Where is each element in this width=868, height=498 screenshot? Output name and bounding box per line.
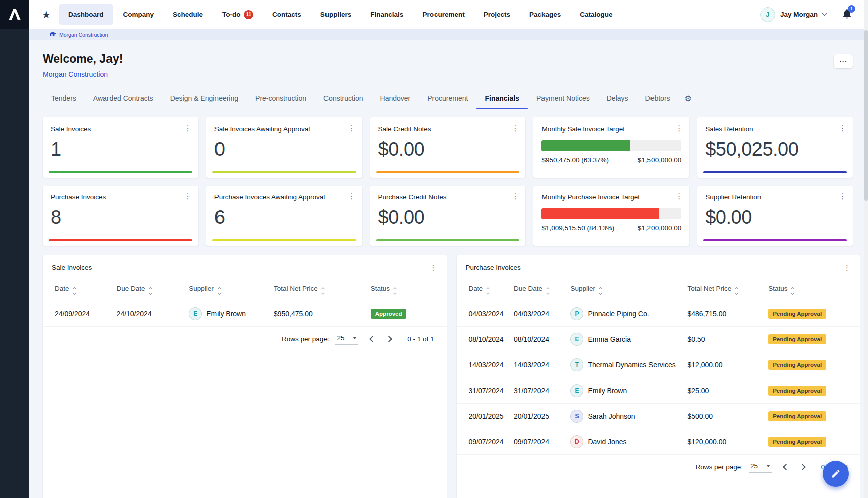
col-header-date[interactable]: Date [43, 278, 112, 301]
page-title: Welcome, Jay! [43, 52, 123, 66]
card-menu-icon[interactable]: ⋮ [839, 192, 846, 200]
nav-item-todo[interactable]: To-do 11 [212, 4, 263, 25]
tab-awarded-contracts[interactable]: Awarded Contracts [85, 88, 162, 109]
nav-item-packages[interactable]: Packages [520, 4, 570, 25]
table-row[interactable]: 09/07/2024 09/07/2024 D David Jones $120… [457, 429, 860, 455]
cell-supplier: Emma Garcia [588, 335, 631, 343]
card-menu-icon[interactable]: ⋮ [511, 124, 519, 132]
app-logo[interactable] [0, 0, 29, 29]
pagination-range: 0 - 1 of 1 [403, 335, 435, 343]
card-sale-invoices[interactable]: Sale Invoices ⋮ 1 [43, 117, 198, 178]
card-accent-bar [212, 171, 356, 173]
tab-construction[interactable]: Construction [315, 88, 372, 109]
card-value: 0 [214, 139, 354, 160]
rows-per-page-select[interactable]: 25 [749, 461, 772, 473]
kpi-cards-row-purchases: Purchase Invoices ⋮ 8 Purchase Invoices … [43, 186, 860, 246]
breadcrumb: Morgan Construction [29, 29, 868, 40]
sort-icon [394, 288, 396, 294]
scrollbar-thumb[interactable] [864, 30, 868, 201]
purchase-invoices-panel: Purchase Invoices ⋮ Date Due Date Suppli… [457, 255, 860, 498]
card-purchase-invoices-awaiting-approval[interactable]: Purchase Invoices Awaiting Approval ⋮ 6 [206, 186, 362, 246]
table-row[interactable]: 31/07/2024 31/07/2024 E Emily Brown $25.… [457, 378, 860, 404]
table-row[interactable]: 04/03/2024 04/03/2024 P Pinnacle Piping … [457, 301, 860, 327]
card-monthly-purchase-invoice-target[interactable]: Monthly Purchase Invoice Target ⋮ $1,009… [533, 186, 689, 246]
col-header-due-date[interactable]: Due Date [509, 278, 565, 301]
cell-total: $120,000.00 [682, 429, 763, 455]
cell-date: 04/03/2024 [457, 301, 509, 327]
nav-item-company[interactable]: Company [113, 4, 163, 25]
col-header-status[interactable]: Status [366, 278, 447, 301]
card-sale-credit-notes[interactable]: Sale Credit Notes ⋮ $0.00 [370, 117, 526, 178]
user-avatar: J [760, 7, 775, 22]
cell-supplier: Emily Brown [588, 387, 627, 395]
card-menu-icon[interactable]: ⋮ [348, 192, 356, 200]
company-link[interactable]: Morgan Construction [43, 70, 123, 78]
supplier-avatar: D [570, 435, 583, 448]
cell-due-date: 31/07/2024 [509, 378, 565, 404]
rows-per-page-label: Rows per page: [282, 335, 330, 343]
cell-due-date: 08/10/2024 [509, 327, 565, 352]
card-monthly-sale-invoice-target[interactable]: Monthly Sale Invoice Target ⋮ $950,475.0… [533, 117, 689, 178]
nav-item-suppliers[interactable]: Suppliers [311, 4, 361, 25]
nav-item-schedule[interactable]: Schedule [163, 4, 212, 25]
panel-menu-icon[interactable]: ⋮ [843, 264, 851, 271]
col-header-total-net-price[interactable]: Total Net Price [682, 278, 763, 301]
card-sales-retention[interactable]: Sales Retention ⋮ $50,025.00 [697, 117, 853, 178]
tab-financials[interactable]: Financials [476, 88, 527, 109]
nav-item-projects[interactable]: Projects [474, 4, 520, 25]
sort-icon [218, 288, 221, 294]
card-menu-icon[interactable]: ⋮ [348, 124, 356, 132]
card-menu-icon[interactable]: ⋮ [675, 124, 683, 132]
tab-handover[interactable]: Handover [372, 88, 419, 109]
tab-delays[interactable]: Delays [598, 88, 637, 109]
table-row[interactable]: 08/10/2024 08/10/2024 E Emma Garcia $0.5… [457, 327, 860, 352]
card-supplier-retention[interactable]: Supplier Retention ⋮ $0.00 [697, 186, 853, 246]
col-header-status[interactable]: Status [763, 278, 860, 301]
col-header-supplier[interactable]: Supplier [184, 278, 269, 301]
nav-item-contacts[interactable]: Contacts [263, 4, 311, 25]
tab-design-engineering[interactable]: Design & Engineering [162, 88, 247, 109]
card-menu-icon[interactable]: ⋮ [839, 124, 846, 132]
nav-item-catalogue[interactable]: Catalogue [570, 4, 622, 25]
tables-row: Sale Invoices ⋮ Date Due Date Supplier T… [43, 255, 860, 498]
col-header-due-date[interactable]: Due Date [112, 278, 184, 301]
card-accent-bar [703, 239, 847, 241]
panel-menu-icon[interactable]: ⋮ [430, 264, 438, 271]
card-purchase-invoices[interactable]: Purchase Invoices ⋮ 8 [43, 186, 198, 246]
tab-tenders[interactable]: Tenders [43, 88, 85, 109]
card-menu-icon[interactable]: ⋮ [184, 124, 192, 132]
card-menu-icon[interactable]: ⋮ [511, 192, 519, 200]
next-page-icon[interactable] [799, 464, 806, 470]
next-page-icon[interactable] [386, 336, 392, 342]
cell-total: $486,715.00 [682, 301, 763, 327]
col-header-date[interactable]: Date [457, 278, 509, 301]
table-row[interactable]: 14/03/2024 14/03/2024 T Thermal Dynamics… [457, 352, 860, 378]
tab-pre-construction[interactable]: Pre-construction [247, 88, 315, 109]
tabs-settings-gear-icon[interactable]: ⚙ [679, 94, 698, 103]
tab-payment-notices[interactable]: Payment Notices [528, 88, 598, 109]
card-sale-invoices-awaiting-approval[interactable]: Sale Invoices Awaiting Approval ⋮ 0 [206, 117, 362, 178]
vertical-scrollbar[interactable] [864, 0, 868, 498]
tab-debtors[interactable]: Debtors [637, 88, 679, 109]
prev-page-icon[interactable] [369, 336, 376, 342]
edit-fab-button[interactable] [823, 461, 849, 487]
cell-date: 09/07/2024 [457, 429, 509, 455]
table-row[interactable]: 24/09/2024 24/10/2024 E Emily Brown $950… [43, 301, 447, 327]
col-header-total-net-price[interactable]: Total Net Price [269, 278, 366, 301]
card-purchase-credit-notes[interactable]: Purchase Credit Notes ⋮ $0.00 [370, 186, 526, 246]
nav-item-dashboard[interactable]: Dashboard [59, 4, 114, 25]
user-menu[interactable]: J Jay Morgan [760, 7, 826, 22]
prev-page-icon[interactable] [783, 464, 789, 470]
tab-procurement[interactable]: Procurement [419, 88, 476, 109]
favorites-star-icon[interactable]: ★ [42, 9, 51, 21]
nav-item-procurement[interactable]: Procurement [413, 4, 474, 25]
card-menu-icon[interactable]: ⋮ [184, 192, 192, 200]
col-header-supplier[interactable]: Supplier [565, 278, 682, 301]
page-more-button[interactable]: ⋯ [834, 54, 853, 68]
rows-per-page-select[interactable]: 25 [335, 333, 358, 345]
breadcrumb-company-link[interactable]: Morgan Construction [59, 32, 108, 38]
card-menu-icon[interactable]: ⋮ [675, 192, 683, 200]
table-row[interactable]: 20/01/2025 20/01/2025 S Sarah Johnson $5… [457, 404, 860, 429]
notifications-bell[interactable]: 1 [841, 8, 853, 22]
nav-item-financials[interactable]: Financials [361, 4, 413, 25]
